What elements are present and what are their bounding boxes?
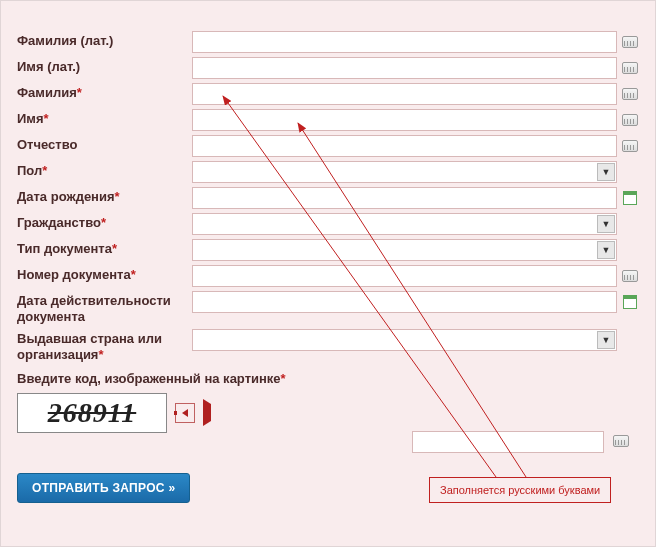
input-surname[interactable] <box>192 83 617 105</box>
label-name: Имя* <box>17 109 192 127</box>
label-doc-type: Тип документа* <box>17 239 192 257</box>
input-captcha[interactable] <box>412 431 604 453</box>
select-citizenship[interactable] <box>192 213 617 235</box>
label-issuer: Выдавшая страна или организация* <box>17 329 192 363</box>
label-patronymic: Отчество <box>17 135 192 153</box>
keyboard-icon[interactable] <box>621 60 639 76</box>
captcha-play-button[interactable] <box>203 404 211 422</box>
input-patronymic[interactable] <box>192 135 617 157</box>
select-issuer[interactable] <box>192 329 617 351</box>
label-gender: Пол* <box>17 161 192 179</box>
keyboard-icon[interactable] <box>621 86 639 102</box>
keyboard-icon[interactable] <box>621 138 639 154</box>
keyboard-icon[interactable] <box>621 34 639 50</box>
label-doc-validity: Дата действительности документа <box>17 291 192 325</box>
select-gender[interactable] <box>192 161 617 183</box>
speaker-icon <box>182 409 188 417</box>
keyboard-icon[interactable] <box>621 112 639 128</box>
keyboard-icon[interactable] <box>621 268 639 284</box>
label-captcha: Введите код, изображенный на картинке* <box>17 371 286 386</box>
label-dob: Дата рождения* <box>17 187 192 205</box>
play-icon <box>203 399 211 426</box>
calendar-icon[interactable] <box>621 294 639 310</box>
input-doc-number[interactable] <box>192 265 617 287</box>
label-surname: Фамилия* <box>17 83 192 101</box>
label-surname-lat: Фамилия (лат.) <box>17 31 192 49</box>
input-dob[interactable] <box>192 187 617 209</box>
calendar-icon[interactable] <box>621 190 639 206</box>
input-name-lat[interactable] <box>192 57 617 79</box>
keyboard-icon[interactable] <box>612 433 630 449</box>
label-doc-number: Номер документа* <box>17 265 192 283</box>
annotation-note: Заполняется русскими буквами <box>429 477 611 503</box>
captcha-audio-button[interactable] <box>175 403 195 423</box>
input-surname-lat[interactable] <box>192 31 617 53</box>
captcha-image: 268911 <box>17 393 167 433</box>
submit-button[interactable]: ОТПРАВИТЬ ЗАПРОС » <box>17 473 190 503</box>
label-citizenship: Гражданство* <box>17 213 192 231</box>
select-doc-type[interactable] <box>192 239 617 261</box>
input-name[interactable] <box>192 109 617 131</box>
label-name-lat: Имя (лат.) <box>17 57 192 75</box>
input-doc-validity[interactable] <box>192 291 617 313</box>
